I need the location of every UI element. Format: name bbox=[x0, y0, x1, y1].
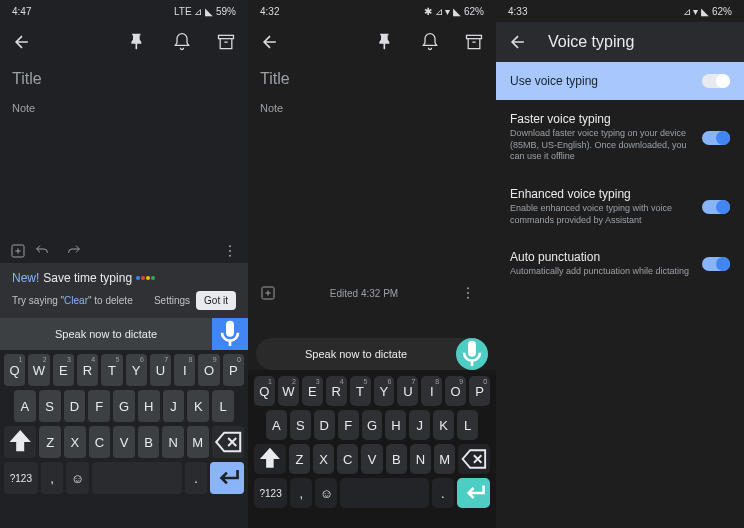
back-button[interactable] bbox=[260, 32, 280, 52]
key-y[interactable]: Y6 bbox=[374, 376, 395, 406]
key-l[interactable]: L bbox=[212, 390, 234, 422]
key-p[interactable]: P0 bbox=[223, 354, 244, 386]
key-f[interactable]: F bbox=[88, 390, 110, 422]
key-q[interactable]: Q1 bbox=[254, 376, 275, 406]
setting-row-2[interactable]: Enhanced voice typingEnable enhanced voi… bbox=[496, 175, 744, 238]
key-h[interactable]: H bbox=[138, 390, 160, 422]
keyboard[interactable]: Q1W2E3R4T5Y6U7I8O9P0 ASDFGHJKL ZXCVBNM ?… bbox=[0, 350, 248, 528]
key-r[interactable]: R4 bbox=[326, 376, 347, 406]
key-e[interactable]: E3 bbox=[53, 354, 74, 386]
space-key[interactable] bbox=[92, 462, 182, 494]
keyboard[interactable]: Q1W2E3R4T5Y6U7I8O9P0 ASDFGHJKL ZXCVBNM ?… bbox=[248, 370, 496, 528]
reminder-icon[interactable] bbox=[172, 32, 192, 52]
setting-row-3[interactable]: Auto punctuationAutomatically add punctu… bbox=[496, 238, 744, 290]
pin-icon[interactable] bbox=[128, 32, 148, 52]
enter-key[interactable] bbox=[210, 462, 244, 494]
toggle-switch[interactable] bbox=[702, 131, 730, 145]
more-icon[interactable] bbox=[460, 285, 476, 301]
add-button[interactable] bbox=[10, 243, 26, 259]
reminder-icon[interactable] bbox=[420, 32, 440, 52]
key-n[interactable]: N bbox=[162, 426, 184, 458]
title-field[interactable]: Title bbox=[0, 70, 248, 88]
key-a[interactable]: A bbox=[14, 390, 36, 422]
key-b[interactable]: B bbox=[138, 426, 160, 458]
shift-key[interactable] bbox=[254, 444, 286, 474]
toggle-switch[interactable] bbox=[702, 200, 730, 214]
key-a[interactable]: A bbox=[266, 410, 287, 440]
title-field[interactable]: Title bbox=[248, 70, 496, 88]
setting-row-1[interactable]: Faster voice typingDownload faster voice… bbox=[496, 100, 744, 175]
emoji-key[interactable]: ☺ bbox=[315, 478, 337, 508]
add-button[interactable] bbox=[260, 285, 276, 301]
key-q[interactable]: Q1 bbox=[4, 354, 25, 386]
banner-settings-link[interactable]: Settings bbox=[154, 295, 190, 306]
note-field[interactable]: Note bbox=[248, 98, 496, 118]
period-key[interactable]: . bbox=[432, 478, 454, 508]
pin-icon[interactable] bbox=[376, 32, 396, 52]
redo-icon[interactable] bbox=[66, 243, 82, 259]
key-w[interactable]: W2 bbox=[278, 376, 299, 406]
archive-icon[interactable] bbox=[464, 32, 484, 52]
key-y[interactable]: Y6 bbox=[126, 354, 147, 386]
backspace-key[interactable] bbox=[212, 426, 244, 458]
setting-row-0[interactable]: Use voice typing bbox=[496, 62, 744, 100]
note-field[interactable]: Note bbox=[0, 98, 248, 118]
emoji-key[interactable]: ☺ bbox=[66, 462, 89, 494]
key-d[interactable]: D bbox=[314, 410, 335, 440]
key-d[interactable]: D bbox=[64, 390, 86, 422]
key-m[interactable]: M bbox=[187, 426, 209, 458]
sym-key[interactable]: ?123 bbox=[254, 478, 287, 508]
comma-key[interactable]: , bbox=[290, 478, 312, 508]
back-button[interactable] bbox=[508, 32, 528, 52]
key-v[interactable]: V bbox=[113, 426, 135, 458]
key-t[interactable]: T5 bbox=[101, 354, 122, 386]
key-e[interactable]: E3 bbox=[302, 376, 323, 406]
key-u[interactable]: U7 bbox=[397, 376, 418, 406]
key-c[interactable]: C bbox=[337, 444, 358, 474]
toggle-switch[interactable] bbox=[702, 257, 730, 271]
key-u[interactable]: U7 bbox=[150, 354, 171, 386]
key-o[interactable]: O9 bbox=[198, 354, 219, 386]
archive-icon[interactable] bbox=[216, 32, 236, 52]
key-w[interactable]: W2 bbox=[28, 354, 49, 386]
key-k[interactable]: K bbox=[187, 390, 209, 422]
key-x[interactable]: X bbox=[313, 444, 334, 474]
key-v[interactable]: V bbox=[361, 444, 382, 474]
key-l[interactable]: L bbox=[457, 410, 478, 440]
more-icon[interactable] bbox=[222, 243, 238, 259]
space-key[interactable] bbox=[340, 478, 428, 508]
key-z[interactable]: Z bbox=[289, 444, 310, 474]
comma-key[interactable]: , bbox=[41, 462, 64, 494]
mic-button[interactable] bbox=[212, 318, 248, 350]
key-h[interactable]: H bbox=[385, 410, 406, 440]
key-g[interactable]: G bbox=[362, 410, 383, 440]
key-p[interactable]: P0 bbox=[469, 376, 490, 406]
key-f[interactable]: F bbox=[338, 410, 359, 440]
key-g[interactable]: G bbox=[113, 390, 135, 422]
undo-icon[interactable] bbox=[34, 243, 50, 259]
sym-key[interactable]: ?123 bbox=[4, 462, 38, 494]
backspace-key[interactable] bbox=[458, 444, 490, 474]
key-j[interactable]: J bbox=[409, 410, 430, 440]
toggle-switch[interactable] bbox=[702, 74, 730, 88]
key-s[interactable]: S bbox=[39, 390, 61, 422]
key-t[interactable]: T5 bbox=[350, 376, 371, 406]
gotit-button[interactable]: Got it bbox=[196, 291, 236, 310]
period-key[interactable]: . bbox=[185, 462, 208, 494]
key-s[interactable]: S bbox=[290, 410, 311, 440]
key-i[interactable]: I8 bbox=[174, 354, 195, 386]
key-c[interactable]: C bbox=[89, 426, 111, 458]
key-m[interactable]: M bbox=[434, 444, 455, 474]
enter-key[interactable] bbox=[457, 478, 490, 508]
back-button[interactable] bbox=[12, 32, 32, 52]
key-k[interactable]: K bbox=[433, 410, 454, 440]
key-r[interactable]: R4 bbox=[77, 354, 98, 386]
key-j[interactable]: J bbox=[163, 390, 185, 422]
key-i[interactable]: I8 bbox=[421, 376, 442, 406]
shift-key[interactable] bbox=[4, 426, 36, 458]
key-o[interactable]: O9 bbox=[445, 376, 466, 406]
key-b[interactable]: B bbox=[386, 444, 407, 474]
key-z[interactable]: Z bbox=[39, 426, 61, 458]
mic-button[interactable] bbox=[456, 338, 488, 370]
key-x[interactable]: X bbox=[64, 426, 86, 458]
